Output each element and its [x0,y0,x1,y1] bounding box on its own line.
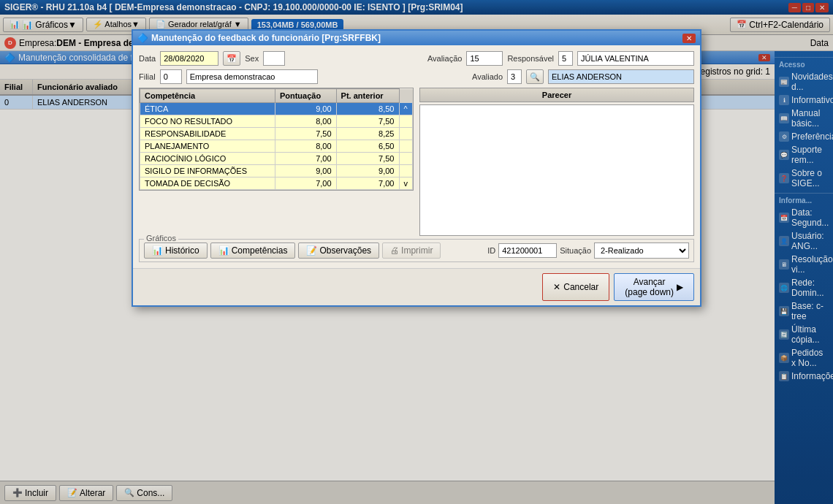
historico-label: Histórico [165,245,199,256]
print-icon: 🖨 [390,245,399,256]
situacao-select[interactable]: 1-Agendado 2-Realizado 3-Cancelado [594,243,689,259]
modal-body: Data 📅 Sex Avaliação Responsável Filial … [133,45,700,268]
comp-name: PLANEJAMENTO [140,140,275,153]
competencias-btn-label: Competências [232,245,288,256]
filial-id [160,69,182,84]
responsavel-name[interactable] [577,51,694,66]
scroll-cell [399,165,413,177]
chart2-icon: 📊 [218,245,229,256]
table-row[interactable]: RESPONSABILIDADE 7,50 8,25 [140,128,413,140]
avaliacao-label: Avaliação [427,54,463,63]
imprimir-button: 🖨 Imprimir [382,243,441,259]
graphics-buttons: 📊 Histórico 📊 Competências 📝 Observações… [144,243,689,259]
scroll-cell: ^ [399,103,413,115]
comp-pont: 7,00 [275,153,336,165]
id-input [498,243,557,258]
scroll-cell [399,128,413,140]
table-row[interactable]: PLANEJAMENTO 8,00 6,50 [140,140,413,153]
scroll-col [399,89,413,103]
col-pontuacao: Pontuação [275,89,336,103]
imprimir-label: Imprimir [401,245,433,256]
comp-pont: 8,00 [275,115,336,128]
modal-dialog: 🔷 Manutenção do feedback do funcionário … [132,29,701,307]
avaliacao-input[interactable] [466,51,503,66]
modal-overlay: 🔷 Manutenção do feedback do funcionário … [0,0,833,504]
parecer-textarea[interactable] [419,104,694,236]
chart-icon: 📊 [152,245,163,256]
historico-button[interactable]: 📊 Histórico [144,243,208,259]
comp-anterior: 8,25 [336,128,399,140]
parecer-panel: Parecer [419,88,694,236]
cancel-button[interactable]: ✕ Cancelar [542,273,609,301]
comp-name: FOCO NO RESULTADO [140,115,275,128]
observacoes-label: Observações [319,245,371,256]
avaliado-name[interactable] [548,69,694,84]
comp-name: SIGILO DE INFORMAÇÕES [140,165,275,177]
filial-name[interactable] [186,69,318,84]
comp-anterior: 9,00 [336,165,399,177]
advance-button[interactable]: Avançar (page down) ▶ [614,273,694,301]
table-row[interactable]: SIGILO DE INFORMAÇÕES 9,00 9,00 [140,165,413,177]
comp-name: TOMADA DE DECISÃO [140,177,275,190]
col-pt-anterior: Pt. anterior [336,89,399,103]
avaliado-label: Avaliado [472,72,503,81]
comp-pont: 7,00 [275,177,336,190]
sex-input[interactable] [263,51,285,66]
table-row[interactable]: RACIOCÍNIO LÓGICO 7,00 7,50 [140,153,413,165]
comp-pont: 8,00 [275,140,336,153]
cancel-label: Cancelar [563,282,598,292]
avaliado-search-button[interactable]: 🔍 [526,69,544,84]
comp-anterior: 7,00 [336,177,399,190]
cancel-icon: ✕ [553,282,560,292]
graphics-section: Gráficos 📊 Histórico 📊 Competências 📝 Ob… [139,239,694,262]
responsavel-id [558,51,573,66]
table-row[interactable]: FOCO NO RESULTADO 8,00 7,50 [140,115,413,128]
avaliado-id [507,69,522,84]
notes-icon: 📝 [306,245,317,256]
scroll-cell [399,140,413,153]
id-section: ID Situação 1-Agendado 2-Realizado 3-Can… [487,243,689,259]
advance-label: Avançar (page down) [625,277,674,297]
id-label: ID [487,246,495,255]
situacao-label: Situação [560,246,591,255]
parecer-label: Parecer [419,88,694,102]
scroll-cell: v [399,177,413,190]
data-label: Data [139,54,156,63]
table-row[interactable]: ÉTICA 9,00 8,50 ^ [140,103,413,115]
form-row-1: Data 📅 Sex Avaliação Responsável [139,51,694,66]
comp-anterior: 8,50 [336,103,399,115]
comp-name: ÉTICA [140,103,275,115]
form-row-2: Filial Avaliado 🔍 [139,69,694,84]
modal-close-button[interactable]: ✕ [682,34,696,43]
modal-footer: ✕ Cancelar Avançar (page down) ▶ [133,268,700,305]
content-split: Competência Pontuação Pt. anterior ÉTICA… [139,88,694,236]
comp-anterior: 6,50 [336,140,399,153]
advance-icon: ▶ [677,282,683,292]
comp-anterior: 7,50 [336,153,399,165]
comp-name: RESPONSABILIDADE [140,128,275,140]
modal-title-bar: 🔷 Manutenção do feedback do funcionário … [133,31,700,45]
table-row[interactable]: TOMADA DE DECISÃO 7,00 7,00 v [140,177,413,190]
comp-pont: 7,50 [275,128,336,140]
col-competencia: Competência [140,89,275,103]
modal-title-text: Manutenção do feedback do funcionário [P… [151,33,682,43]
comp-pont: 9,00 [275,103,336,115]
competencias-table: Competência Pontuação Pt. anterior ÉTICA… [140,88,413,190]
observacoes-button[interactable]: 📝 Observações [298,243,379,259]
competencias-panel: Competência Pontuação Pt. anterior ÉTICA… [139,88,414,236]
competencias-button[interactable]: 📊 Competências [210,243,296,259]
data-input[interactable] [160,51,218,66]
responsavel-label: Responsável [507,54,554,63]
graphics-legend: Gráficos [144,234,178,243]
comp-name: RACIOCÍNIO LÓGICO [140,153,275,165]
filial-label: Filial [139,72,156,81]
competencias-table-container[interactable]: Competência Pontuação Pt. anterior ÉTICA… [139,88,414,191]
comp-pont: 9,00 [275,165,336,177]
scroll-cell [399,115,413,128]
calendar-input-button[interactable]: 📅 [223,51,240,66]
sex-label: Sex [245,54,259,63]
comp-anterior: 7,50 [336,115,399,128]
scroll-cell [399,153,413,165]
